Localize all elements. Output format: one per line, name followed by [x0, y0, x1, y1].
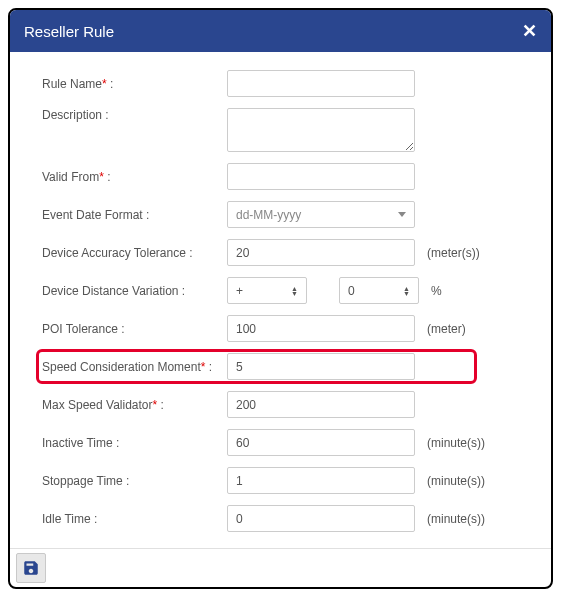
unit-device-distance: % [431, 284, 442, 298]
label-max-speed: Max Speed Validator* : [42, 398, 227, 412]
form-body: Rule Name* : Description : Valid From* :… [10, 52, 551, 548]
label-stoppage-time: Stoppage Time : [42, 474, 227, 488]
unit-idle-time: (minute(s)) [427, 512, 485, 526]
spinner-icon: ▲▼ [403, 286, 410, 296]
unit-poi-tolerance: (meter) [427, 322, 466, 336]
label-rule-name: Rule Name* : [42, 77, 227, 91]
row-max-speed: Max Speed Validator* : [42, 391, 531, 418]
row-event-date-format: Event Date Format : dd-MM-yyyy [42, 201, 531, 228]
row-device-distance: Device Distance Variation : + ▲▼ 0 ▲▼ % [42, 277, 531, 304]
row-rule-name: Rule Name* : [42, 70, 531, 97]
row-valid-from: Valid From* : [42, 163, 531, 190]
inactive-time-input[interactable] [227, 429, 415, 456]
label-device-accuracy: Device Accuracy Tolerance : [42, 246, 227, 260]
row-inactive-time: Inactive Time : (minute(s)) [42, 429, 531, 456]
stoppage-time-input[interactable] [227, 467, 415, 494]
footer [10, 548, 551, 587]
row-poi-tolerance: POI Tolerance : (meter) [42, 315, 531, 342]
unit-inactive-time: (minute(s)) [427, 436, 485, 450]
device-distance-num-input[interactable]: 0 ▲▼ [339, 277, 419, 304]
label-device-distance: Device Distance Variation : [42, 284, 227, 298]
device-accuracy-input[interactable] [227, 239, 415, 266]
label-description: Description : [42, 108, 227, 122]
titlebar: Reseller Rule ✕ [10, 10, 551, 52]
close-icon[interactable]: ✕ [522, 20, 537, 42]
label-inactive-time: Inactive Time : [42, 436, 227, 450]
row-description: Description : [42, 108, 531, 152]
chevron-down-icon [398, 212, 406, 217]
dialog-title: Reseller Rule [24, 23, 114, 40]
save-icon [22, 559, 40, 577]
max-speed-input[interactable] [227, 391, 415, 418]
save-button[interactable] [16, 553, 46, 583]
row-speed-consideration: Speed Consideration Moment* : [42, 353, 531, 380]
row-stoppage-time: Stoppage Time : (minute(s)) [42, 467, 531, 494]
event-date-format-select[interactable]: dd-MM-yyyy [227, 201, 415, 228]
row-idle-time: Idle Time : (minute(s)) [42, 505, 531, 532]
dialog: Reseller Rule ✕ Rule Name* : Description… [8, 8, 553, 589]
label-poi-tolerance: POI Tolerance : [42, 322, 227, 336]
label-event-date-format: Event Date Format : [42, 208, 227, 222]
row-device-accuracy: Device Accuracy Tolerance : (meter(s)) [42, 239, 531, 266]
rule-name-input[interactable] [227, 70, 415, 97]
valid-from-input[interactable] [227, 163, 415, 190]
label-speed-consideration: Speed Consideration Moment* : [42, 360, 227, 374]
label-idle-time: Idle Time : [42, 512, 227, 526]
description-input[interactable] [227, 108, 415, 152]
spinner-icon: ▲▼ [291, 286, 298, 296]
label-valid-from: Valid From* : [42, 170, 227, 184]
speed-consideration-input[interactable] [227, 353, 415, 380]
unit-stoppage-time: (minute(s)) [427, 474, 485, 488]
device-distance-op-select[interactable]: + ▲▼ [227, 277, 307, 304]
unit-device-accuracy: (meter(s)) [427, 246, 480, 260]
idle-time-input[interactable] [227, 505, 415, 532]
poi-tolerance-input[interactable] [227, 315, 415, 342]
